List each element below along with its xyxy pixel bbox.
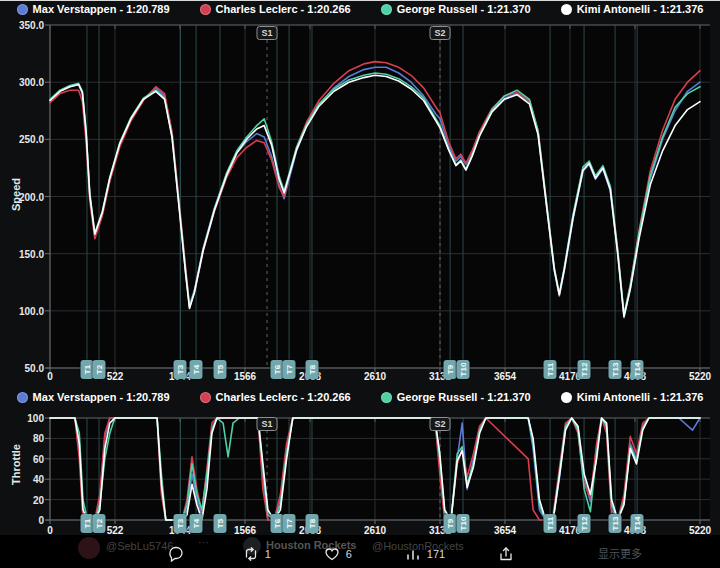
image-viewer-screen: Max Verstappen - 1:20.789Charles Leclerc…	[0, 0, 720, 568]
views-count: 171	[427, 548, 445, 560]
views-button[interactable]: 171	[405, 546, 445, 562]
turn-marker-t2: T2	[93, 514, 106, 533]
throttle-legend: Max Verstappen - 1:20.789Charles Leclerc…	[0, 391, 720, 403]
share-icon	[498, 546, 514, 562]
legend-item-charles-leclerc: Charles Leclerc - 1:20.266	[200, 391, 351, 403]
turn-marker-label: T4	[192, 365, 201, 374]
turn-marker-t1: T1	[80, 514, 93, 533]
turn-marker-label: T7	[285, 365, 294, 374]
turn-marker-t14: T14	[631, 360, 644, 379]
turn-marker-t6: T6	[271, 360, 284, 379]
y-tick-label: 0	[2, 515, 44, 526]
x-tick-label: 522	[107, 371, 124, 382]
turn-marker-t10: T10	[457, 514, 470, 533]
turn-marker-label: T5	[215, 519, 224, 528]
sector-marker-s2: S2	[429, 26, 450, 40]
turn-marker-t12: T12	[578, 360, 591, 379]
driver-color-dot	[561, 4, 572, 15]
turn-marker-label: T9	[446, 519, 455, 528]
turn-marker-t4: T4	[190, 360, 203, 379]
driver-color-dot	[200, 392, 211, 403]
turn-marker-label: T14	[633, 517, 642, 531]
legend-item-kimi-antonelli: Kimi Antonelli - 1:21.376	[561, 3, 704, 15]
driver-label: Kimi Antonelli - 1:21.376	[577, 3, 704, 15]
legend-item-charles-leclerc: Charles Leclerc - 1:20.266	[200, 3, 351, 15]
turn-marker-label: T8	[307, 365, 316, 374]
turn-marker-label: T6	[273, 519, 282, 528]
turn-marker-t9: T9	[444, 514, 457, 533]
turn-marker-label: T1	[82, 519, 91, 528]
turn-marker-t9: T9	[444, 360, 457, 379]
turn-marker-t13: T13	[609, 360, 622, 379]
legend-item-max-verstappen: Max Verstappen - 1:20.789	[17, 3, 170, 15]
driver-color-dot	[17, 392, 28, 403]
driver-color-dot	[561, 392, 572, 403]
turn-marker-label: T13	[611, 363, 620, 377]
retweet-button[interactable]: 1	[243, 546, 271, 562]
reply-button[interactable]	[168, 546, 190, 562]
driver-label: Max Verstappen - 1:20.789	[33, 391, 170, 403]
retweet-icon	[243, 546, 259, 562]
legend-item-kimi-antonelli: Kimi Antonelli - 1:21.376	[561, 391, 704, 403]
turn-marker-label: T8	[307, 519, 316, 528]
y-tick-label: 100.0	[2, 305, 44, 316]
x-tick-label: 2610	[364, 371, 386, 382]
turn-marker-label: T2	[95, 365, 104, 374]
turn-marker-t11: T11	[544, 360, 557, 379]
like-button[interactable]: 6	[324, 546, 352, 562]
turn-marker-t3: T3	[174, 360, 187, 379]
user-handle: @SebLu5746	[106, 540, 173, 552]
driver-color-dot	[381, 392, 392, 403]
turn-marker-label: T3	[176, 365, 185, 374]
driver-label: George Russell - 1:21.370	[397, 3, 531, 15]
x-tick-label: 1566	[234, 371, 256, 382]
driver-color-dot	[200, 4, 211, 15]
turn-marker-t12: T12	[578, 514, 591, 533]
turn-marker-label: T12	[580, 363, 589, 377]
share-button[interactable]	[498, 546, 520, 562]
turn-marker-label: T12	[580, 517, 589, 531]
turn-marker-t13: T13	[609, 514, 622, 533]
legend-item-george-russell: George Russell - 1:21.370	[381, 3, 531, 15]
driver-label: Max Verstappen - 1:20.789	[33, 3, 170, 15]
retweet-count: 1	[265, 548, 271, 560]
y-tick-label: 150.0	[2, 248, 44, 259]
turn-marker-t7: T7	[283, 514, 296, 533]
turn-marker-t14: T14	[631, 514, 644, 533]
legend-item-george-russell: George Russell - 1:21.370	[381, 391, 531, 403]
tweet-action-bar: @SebLu5746 ··· Houston Rockets @HoustonR…	[0, 535, 720, 568]
x-tick-label: 5220	[689, 371, 711, 382]
turn-marker-t5: T5	[213, 514, 226, 533]
turn-marker-label: T1	[82, 365, 91, 374]
telemetry-chart-canvas	[0, 0, 720, 568]
driver-label: Kimi Antonelli - 1:21.376	[577, 391, 704, 403]
turn-marker-label: T4	[192, 519, 201, 528]
turn-marker-t4: T4	[190, 514, 203, 533]
top-divider	[0, 0, 720, 1]
turn-marker-t11: T11	[544, 514, 557, 533]
y-tick-label: 250.0	[2, 134, 44, 145]
turn-marker-label: T6	[273, 365, 282, 374]
reply-icon	[168, 546, 184, 562]
x-tick-label: 3654	[494, 371, 516, 382]
turn-marker-t7: T7	[283, 360, 296, 379]
turn-marker-label: T10	[459, 517, 468, 531]
views-icon	[405, 546, 421, 562]
turn-marker-label: T3	[176, 519, 185, 528]
y-tick-label: 200.0	[2, 191, 44, 202]
sector-marker-s2: S2	[429, 417, 450, 431]
driver-label: Charles Leclerc - 1:20.266	[216, 3, 351, 15]
show-more-link[interactable]: 显示更多	[598, 545, 642, 561]
tweet-actions: 1 6 171	[168, 546, 520, 562]
turn-marker-label: T14	[633, 363, 642, 377]
y-tick-label: 100	[2, 413, 44, 424]
y-tick-label: 350.0	[2, 20, 44, 31]
legend-item-max-verstappen: Max Verstappen - 1:20.789	[17, 391, 170, 403]
turn-marker-t1: T1	[80, 360, 93, 379]
turn-marker-t8: T8	[305, 360, 318, 379]
y-tick-label: 50.0	[2, 363, 44, 374]
turn-marker-t10: T10	[457, 360, 470, 379]
driver-label: George Russell - 1:21.370	[397, 391, 531, 403]
avatar	[78, 537, 100, 559]
turn-marker-label: T10	[459, 363, 468, 377]
